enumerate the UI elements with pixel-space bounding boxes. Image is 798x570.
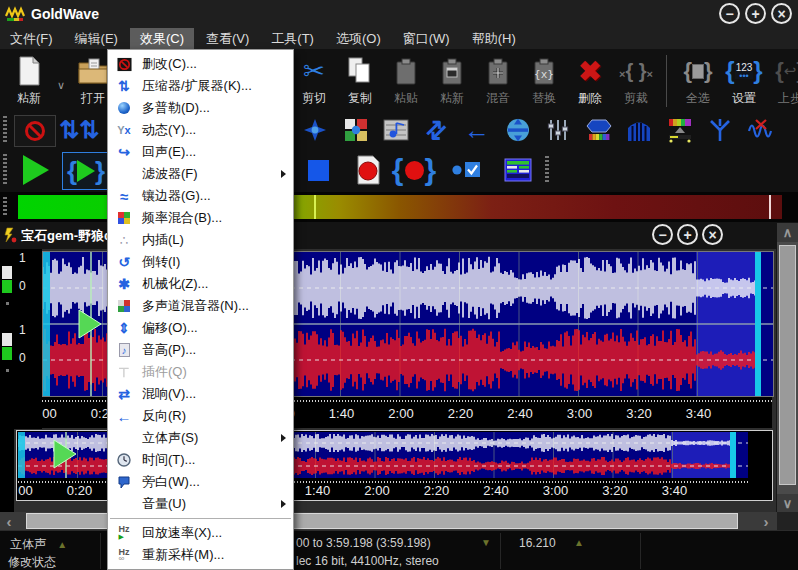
control-window-button[interactable] xyxy=(496,152,540,188)
vertical-scrollbar[interactable]: ∧ ∨ xyxy=(777,223,798,513)
effects-menu-item-reverse[interactable]: ←反向(R) xyxy=(108,405,293,427)
scroll-right-icon[interactable]: › xyxy=(757,512,775,530)
effects-menu-item-mixer[interactable]: 多声道混音器(N)... xyxy=(108,295,293,317)
no-entry-icon xyxy=(24,120,46,142)
scroll-left-icon[interactable]: ‹ xyxy=(0,512,18,530)
undo-step-button[interactable]: {↩}上步 xyxy=(767,53,798,109)
effects-menu-item-plugin[interactable]: ⊤插件(Q) xyxy=(108,361,293,383)
effects-menu-item-pitch[interactable]: ♪音高(P)... xyxy=(108,339,293,361)
effects-menu-item-freq-blend[interactable]: 频率混合(B)... xyxy=(108,207,293,229)
effects-menu-item-doppler[interactable]: 多普勒(D)... xyxy=(108,97,293,119)
voice-over-icon xyxy=(114,476,134,489)
toolbar-drag-handle[interactable] xyxy=(545,156,549,184)
equalizer-effect-button[interactable] xyxy=(539,115,577,145)
doc-maximize-button[interactable]: + xyxy=(677,224,698,245)
time-tick-label: 3:20 xyxy=(617,406,661,421)
effects-menu-item-no-entry[interactable]: 删改(C)... xyxy=(108,53,293,75)
minimize-button[interactable]: − xyxy=(719,3,740,24)
pitch-effect-button[interactable] xyxy=(377,115,415,145)
time-tick-label: 3:20 xyxy=(593,483,637,498)
effects-menu-item-resample[interactable]: Hz∞重新采样(M)... xyxy=(108,544,293,566)
record-selection-button[interactable]: {} xyxy=(392,152,436,188)
effects-menu-item-voice-over[interactable]: 旁白(W)... xyxy=(108,471,293,493)
menu-effects[interactable]: 效果(C) xyxy=(130,28,194,50)
exchange-effect-button[interactable]: ⇄ xyxy=(418,115,456,145)
effects-menu-item-interpolate[interactable]: ∴内插(L) xyxy=(108,229,293,251)
spectrum-effect-button[interactable] xyxy=(661,115,699,145)
filter-gate-effect-button[interactable] xyxy=(620,115,658,145)
record-selection-icon: {} xyxy=(392,155,436,185)
doc-close-button[interactable]: × xyxy=(702,224,723,245)
menu-tools[interactable]: 工具(T) xyxy=(261,28,324,50)
cut-button[interactable]: ✂剪切 xyxy=(291,53,337,109)
left-channel-button[interactable] xyxy=(2,266,12,279)
menu-item-label: 删改(C)... xyxy=(142,55,197,73)
stop-button[interactable] xyxy=(296,152,340,188)
menu-options[interactable]: 选项(O) xyxy=(326,28,391,50)
menu-view[interactable]: 查看(V) xyxy=(196,28,259,50)
monitor-button[interactable] xyxy=(444,152,488,188)
scroll-down-icon[interactable]: ∨ xyxy=(777,494,798,513)
menu-window[interactable]: 窗口(W) xyxy=(393,28,460,50)
effects-menu-item-invert[interactable]: ↺倒转(I) xyxy=(108,251,293,273)
meter-drag-handle[interactable] xyxy=(3,197,7,217)
effects-dropdown-menu: 删改(C)...⇅压缩器/扩展器(K)...多普勒(D)...Yx动态(Y)..… xyxy=(107,49,294,570)
paste-new-file-button[interactable]: 粘新 xyxy=(6,53,52,109)
new-dropdown-chevron-icon[interactable]: ∨ xyxy=(57,79,65,92)
play-selection-button[interactable]: { } xyxy=(62,152,110,190)
toolbar-drag-handle[interactable] xyxy=(3,154,7,186)
close-button[interactable]: × xyxy=(771,3,792,24)
play-button[interactable] xyxy=(14,152,58,188)
set-points-button[interactable]: {123•••}设置 xyxy=(721,53,767,109)
trim-button[interactable]: ×{ }×剪裁 xyxy=(613,53,659,109)
undo-modify-button[interactable] xyxy=(14,115,56,147)
menu-item-label: 反向(R) xyxy=(142,407,186,425)
menu-item-label: 镶边器(G)... xyxy=(142,187,211,205)
effects-menu-item-compressor[interactable]: ⇅压缩器/扩展器(K)... xyxy=(108,75,293,97)
vertical-scrollbar-thumb[interactable] xyxy=(779,245,796,485)
right-channel-button[interactable] xyxy=(2,333,12,346)
left-channel-enabled-button[interactable] xyxy=(2,280,12,293)
amplitude-label: 0 xyxy=(19,351,26,365)
effects-menu-item-sub-17[interactable]: 立体声(S) xyxy=(108,427,293,449)
spectrum-icon xyxy=(667,117,693,143)
effects-menu-item-flanger[interactable]: ≈镶边器(G)... xyxy=(108,185,293,207)
effects-menu-item-echo[interactable]: ↪回声(E)... xyxy=(108,141,293,163)
effects-menu-item-sub-5[interactable]: 滤波器(F) xyxy=(108,163,293,185)
effects-menu-item-offset[interactable]: ⇕偏移(O)... xyxy=(108,317,293,339)
menu-help[interactable]: 帮助(H) xyxy=(462,28,526,50)
channel-mode-cell[interactable]: 立体声 ▲ xyxy=(10,536,67,553)
scroll-up-icon[interactable]: ∧ xyxy=(777,223,798,242)
paste-button[interactable]: 粘贴 xyxy=(383,53,429,109)
effects-menu-item-mechanize[interactable]: ✱机械化(Z)... xyxy=(108,273,293,295)
splitter-effect-button[interactable] xyxy=(701,115,739,145)
doppler-effect-button[interactable] xyxy=(296,115,334,145)
copy-button[interactable]: 复制 xyxy=(337,53,383,109)
paste-new-button[interactable]: 粘新 xyxy=(429,53,475,109)
effects-menu-item-sub-20[interactable]: 音量(U) xyxy=(108,493,293,515)
delete-button[interactable]: ✖删除 xyxy=(567,53,613,109)
replace-button[interactable]: {x}替换 xyxy=(521,53,567,109)
down-triangle-icon[interactable]: ▼ xyxy=(481,537,491,548)
maximize-button[interactable]: + xyxy=(745,3,766,24)
up-triangle-icon[interactable]: ▲ xyxy=(574,537,584,548)
mixer-effect-button[interactable] xyxy=(337,115,375,145)
compressor-expander-button[interactable]: ⇅⇅ xyxy=(58,115,100,145)
right-channel-enabled-button[interactable] xyxy=(2,347,12,360)
select-all-button[interactable]: {}全选 xyxy=(675,53,721,109)
effects-menu-item-playback-rate[interactable]: Hz▶回放速率(X)... xyxy=(108,522,293,544)
effects-menu-item-reverb[interactable]: ⇄混响(V)... xyxy=(108,383,293,405)
menu-file[interactable]: 文件(F) xyxy=(0,28,63,50)
time-tick-label: 3:40 xyxy=(653,483,697,498)
toolbar-drag-handle[interactable] xyxy=(3,116,7,144)
mix-button[interactable]: 混音 xyxy=(475,53,521,109)
record-new-button[interactable] xyxy=(346,152,390,188)
noise-gate-effect-button[interactable] xyxy=(742,115,780,145)
offset-effect-button[interactable] xyxy=(499,115,537,145)
doc-minimize-button[interactable]: − xyxy=(652,224,673,245)
flanger-effect-button[interactable] xyxy=(580,115,618,145)
menu-edit[interactable]: 编辑(E) xyxy=(65,28,128,50)
effects-menu-item-dynamics[interactable]: Yx动态(Y)... xyxy=(108,119,293,141)
effects-menu-item-time[interactable]: 时间(T)... xyxy=(108,449,293,471)
reverse-effect-button[interactable]: ← xyxy=(458,115,496,145)
